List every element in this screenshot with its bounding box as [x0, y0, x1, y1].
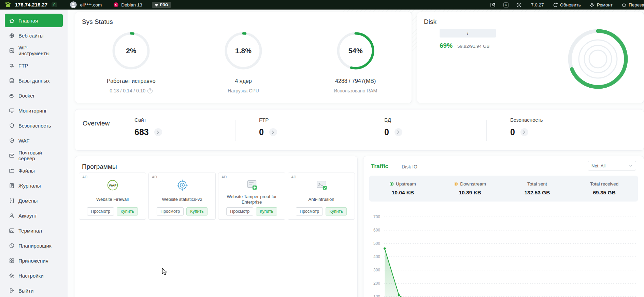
- tab-traffic[interactable]: Traffic: [371, 163, 388, 170]
- net-filter-select[interactable]: Net: All: [588, 161, 636, 170]
- globe-icon: [9, 33, 15, 39]
- chevron-right-icon: [157, 130, 159, 134]
- refresh-button[interactable]: Обновить: [553, 2, 581, 8]
- waf-circle-icon: WAF: [79, 178, 146, 193]
- overview-db: БД 0: [384, 117, 402, 137]
- overview-divider: [486, 120, 487, 141]
- sidebar-item-waf[interactable]: WAF: [5, 134, 63, 147]
- sys-status-title: Sys Status: [82, 18, 113, 26]
- overview-security-label: Безопасность: [510, 117, 543, 123]
- programs-row: AD WAF Website Firewall Просмотр Купить …: [79, 173, 355, 220]
- overview-sites-count[interactable]: 683: [134, 127, 149, 137]
- stat-label: Total sent: [527, 181, 547, 187]
- sidebar-item-logs[interactable]: Журналы: [5, 179, 63, 192]
- program-buy-button[interactable]: Купить: [186, 207, 207, 216]
- restart-button[interactable]: Перезапустить: [621, 2, 644, 8]
- sidebar-item-terminal[interactable]: Терминал: [5, 224, 63, 237]
- sidebar-item-docker[interactable]: Docker: [5, 89, 63, 102]
- sidebar-item-files[interactable]: Файлы: [5, 164, 63, 177]
- anti-intrusion-icon: [288, 178, 355, 193]
- sidebar-item-label: Приложения: [18, 258, 48, 264]
- sidebar-item-label: Главная: [18, 18, 38, 24]
- sidebar-item-label: Терминал: [18, 228, 42, 234]
- heart-icon: [155, 3, 158, 7]
- sidebar-item-wp-tools[interactable]: WP-инструменты: [5, 44, 63, 57]
- program-tile-website-statistics: AD Website statistics-v2 Просмотр Купить: [148, 173, 216, 220]
- chevron-right-icon: [272, 130, 274, 134]
- sidebar-item-databases[interactable]: Базы данных: [5, 74, 63, 87]
- repair-button[interactable]: Ремонт: [590, 2, 613, 8]
- program-view-button[interactable]: Просмотр: [296, 207, 323, 216]
- sidebar-item-domains[interactable]: Домены: [5, 194, 63, 207]
- sidebar-item-ftp[interactable]: FTP: [5, 59, 63, 72]
- overview-sites-more-button[interactable]: [154, 128, 162, 136]
- app-logo-icon[interactable]: [4, 1, 12, 9]
- chevron-down-icon: [629, 165, 632, 167]
- domains-icon: [9, 198, 15, 204]
- cpu-percent: 1.8%: [224, 32, 262, 70]
- transfer-icon: [9, 63, 15, 69]
- svg-text:300: 300: [373, 268, 380, 272]
- program-view-button[interactable]: Просмотр: [157, 207, 184, 216]
- message-count-badge[interactable]: 0: [52, 2, 57, 7]
- overview-divider: [361, 120, 361, 141]
- program-view-button[interactable]: Просмотр: [87, 207, 114, 216]
- clock-icon: [9, 243, 15, 249]
- cpu-gauge: 1.8% 4 ядер Нагрузка CPU: [187, 32, 300, 93]
- overview-security-more-button[interactable]: [520, 128, 528, 136]
- program-name: Website Firewall: [82, 193, 143, 206]
- svg-text:600: 600: [373, 228, 380, 233]
- stat-label: Total received: [590, 181, 618, 187]
- overview-security: Безопасность 0: [510, 117, 543, 137]
- sys-status-gauges: 2% Работает исправно 0.13 / 0.14 / 0.10 …: [75, 32, 412, 93]
- program-buy-button[interactable]: Купить: [256, 207, 277, 216]
- overview-db-more-button[interactable]: [395, 128, 402, 136]
- panel-version[interactable]: 7.0.27: [531, 2, 544, 8]
- overview-db-count[interactable]: 0: [384, 127, 389, 137]
- overview-ftp-more-button[interactable]: [269, 128, 277, 136]
- overview-title: Overview: [83, 120, 110, 127]
- overview-ftp-label: FTP: [259, 117, 277, 123]
- disk-size: 59.82/91.94 GB: [457, 44, 490, 49]
- pro-badge[interactable]: PRO: [152, 2, 171, 8]
- theme-sun-icon[interactable]: [516, 2, 522, 8]
- disk-mount-path[interactable]: /: [440, 29, 496, 38]
- overview-ftp-count[interactable]: 0: [259, 127, 264, 137]
- upstream-dot-icon: [390, 182, 393, 186]
- program-buy-button[interactable]: Купить: [117, 207, 138, 216]
- program-view-button[interactable]: Просмотр: [226, 207, 253, 216]
- program-tile-website-firewall: AD WAF Website Firewall Просмотр Купить: [79, 173, 146, 220]
- overview-security-count[interactable]: 0: [510, 127, 515, 137]
- sidebar-item-monitoring[interactable]: Мониторинг: [5, 104, 63, 117]
- server-ip[interactable]: 176.74.216.27: [15, 2, 47, 8]
- help-icon[interactable]: ?: [147, 88, 153, 93]
- stat-upstream: Upstream 10.04 KB: [369, 176, 437, 202]
- sidebar-item-label: Аккаунт: [18, 213, 37, 219]
- program-buy-button[interactable]: Купить: [326, 207, 347, 216]
- edit-note-icon[interactable]: [490, 2, 496, 8]
- programs-title: Программы: [82, 163, 117, 170]
- tab-disk-io[interactable]: Disk IO: [402, 164, 417, 169]
- sidebar-item-logout[interactable]: Выйти: [5, 284, 63, 297]
- shield-icon: [9, 123, 15, 129]
- mail-icon: [9, 153, 15, 159]
- user-avatar[interactable]: [70, 1, 77, 8]
- sidebar-item-label: Почтовый сервер: [18, 150, 59, 161]
- overview-card: Overview Сайт 683 FTP 0 БД 0: [75, 109, 644, 151]
- sidebar-item-scheduler[interactable]: Планировщик: [5, 239, 63, 252]
- waf-shield-icon: [9, 138, 15, 144]
- sidebar-item-mail-server[interactable]: Почтовый сервер: [5, 149, 63, 162]
- sidebar-item-settings[interactable]: Настройки: [5, 269, 63, 282]
- load-percent: 2%: [112, 32, 150, 70]
- sidebar-item-main[interactable]: Главная: [5, 14, 63, 27]
- sidebar-item-label: Docker: [18, 93, 35, 99]
- language-icon[interactable]: A: [503, 2, 509, 8]
- app-screen: 176.74.216.27 0 eli****.com Debian 13 PR…: [0, 0, 644, 297]
- disk-title: Disk: [424, 18, 437, 26]
- sidebar-item-account[interactable]: Аккаунт: [5, 209, 63, 222]
- sidebar-item-apps[interactable]: Приложения: [5, 254, 63, 267]
- username[interactable]: eli****.com: [80, 2, 102, 8]
- sidebar-item-security[interactable]: Безопасность: [5, 119, 63, 132]
- sidebar-item-websites[interactable]: Веб-сайты: [5, 29, 63, 42]
- sidebar-item-label: Журналы: [18, 183, 41, 189]
